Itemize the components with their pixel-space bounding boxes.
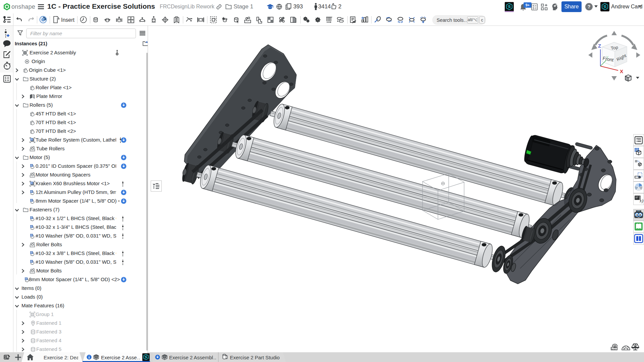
- svg-text:X: X: [620, 68, 623, 74]
- svg-text:Y: Y: [606, 55, 609, 59]
- svg-text:x): x): [639, 198, 643, 204]
- svg-text:101: 101: [637, 210, 640, 212]
- svg-text:Z: Z: [598, 43, 601, 49]
- svg-text:?: ?: [588, 4, 591, 9]
